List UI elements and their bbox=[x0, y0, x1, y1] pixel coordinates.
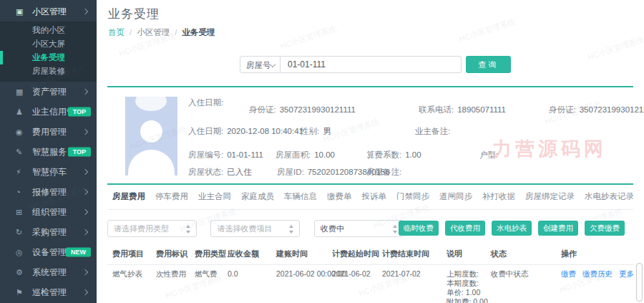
sidebar-item-label: 系统管理 bbox=[32, 267, 67, 277]
sidebar-item-community-management[interactable]: ▣小区管理 bbox=[0, 1, 97, 21]
tab-vehicle-info[interactable]: 车辆信息 bbox=[284, 191, 317, 202]
search-button[interactable]: 查询 bbox=[466, 56, 511, 73]
tab-access-sync[interactable]: 门禁同步 bbox=[396, 191, 429, 202]
search-input[interactable] bbox=[280, 56, 462, 73]
pay-link[interactable]: 缴费 bbox=[561, 269, 576, 278]
fee-table: 费用项目 费用标识 费用类型 应收金额 建账时间 计费起始时间 计费结束时间 说… bbox=[107, 245, 633, 303]
sidebar-item-smart-parking[interactable]: ⚡智慧停车 bbox=[0, 162, 97, 182]
sidebar-item-smart-service[interactable]: ✎智慧服务 TOP bbox=[0, 142, 97, 162]
sidebar-item-organization-management[interactable]: ⊞组织管理 bbox=[0, 202, 97, 222]
sidebar-item-label: 巡检管理 bbox=[32, 287, 67, 297]
fee-tabs: 房屋费用 停车费用 业主合同 家庭成员 车辆信息 缴费单 投诉单 门禁同步 道闸… bbox=[107, 185, 633, 210]
col-fee-type: 费用类型 bbox=[195, 245, 228, 265]
info-field-phone: 联系电话:18905071111 bbox=[419, 105, 506, 115]
person-icon bbox=[128, 150, 175, 175]
info-field-move-in-date: 入住日期: bbox=[188, 97, 223, 108]
sidebar-item-purchase-management[interactable]: ↻采购管理 bbox=[0, 222, 97, 242]
col-amount: 应收金额 bbox=[228, 245, 276, 265]
more-actions-link[interactable]: 更多操作 bbox=[619, 269, 633, 278]
sidebar-item-inspection-management[interactable]: ⚑巡检管理 bbox=[0, 282, 97, 302]
tab-reprint-receipt[interactable]: 补打收据 bbox=[482, 191, 515, 202]
select-arrows-icon bbox=[392, 224, 398, 234]
tab-owner-contract[interactable]: 业主合同 bbox=[198, 191, 231, 202]
create-fee-button[interactable]: 创建费用 bbox=[538, 221, 578, 236]
sidebar-item-label: 资产管理 bbox=[32, 87, 67, 97]
active-indicator bbox=[0, 51, 3, 64]
inspection-icon: ⚑ bbox=[16, 282, 26, 302]
info-field-gender: 性别:男 bbox=[301, 126, 331, 137]
sidebar-item-assets-management[interactable]: ▦资产管理 bbox=[0, 82, 97, 102]
arrears-payment-button[interactable]: 欠费缴费 bbox=[585, 221, 625, 236]
breadcrumb-home-link[interactable]: 首页 bbox=[108, 28, 125, 37]
smart-service-icon: ✎ bbox=[16, 142, 26, 162]
search-type-select[interactable]: 房屋号 bbox=[240, 56, 280, 73]
chevron-right-icon bbox=[82, 269, 88, 275]
chevron-right-icon bbox=[82, 89, 88, 95]
collect-fee-button[interactable]: 代收费用 bbox=[445, 221, 485, 236]
select-arrows-icon bbox=[185, 224, 191, 234]
submenu-item-my-community[interactable]: 我的小区 bbox=[0, 24, 97, 37]
filter-row: 请选择费用类型 请选择收费项目 收费中 临时收费 代收费用 水电抄表 创建费用 … bbox=[107, 220, 633, 237]
owner-info-card: 入住日期: 身份证:35072319930121111 联系电话:1890507… bbox=[107, 86, 633, 185]
purchase-icon: ↻ bbox=[16, 222, 26, 242]
scrollbar-thumb[interactable] bbox=[636, 263, 643, 302]
utility-reading-button[interactable]: 水电抄表 bbox=[492, 221, 532, 236]
search-type-value: 房屋号 bbox=[246, 61, 271, 69]
fee-status-value: 收费中 bbox=[321, 224, 344, 233]
info-field-room-state: 房屋状态:已入住 bbox=[188, 167, 252, 178]
cell-fee-project: 燃气抄表 bbox=[107, 265, 156, 303]
tab-parking-fee[interactable]: 停车费用 bbox=[155, 191, 188, 202]
fee-item-select[interactable]: 请选择收费项目 bbox=[210, 220, 300, 237]
tab-house-binding-records[interactable]: 房屋绑定记录 bbox=[525, 191, 575, 202]
breadcrumb-community-link[interactable]: 小区管理 bbox=[137, 28, 170, 37]
fee-status-select[interactable]: 收费中 bbox=[314, 220, 404, 237]
fee-type-select[interactable]: 请选择费用类型 bbox=[107, 220, 197, 237]
temp-charge-button[interactable]: 临时收费 bbox=[399, 221, 439, 236]
fee-icon: ◉ bbox=[16, 122, 26, 142]
col-description: 说明 bbox=[447, 245, 491, 265]
cell-end-time: 2021-07-02 bbox=[382, 265, 447, 303]
sidebar-item-label: 费用管理 bbox=[32, 127, 67, 137]
tab-utility-reading-records[interactable]: 水电抄表记录 bbox=[585, 191, 633, 202]
tab-complaint-order[interactable]: 投诉单 bbox=[362, 191, 387, 202]
cell-fee-type: 燃气费 bbox=[195, 265, 228, 303]
tab-gate-sync[interactable]: 道闸同步 bbox=[439, 191, 472, 202]
sidebar-item-label: 采购管理 bbox=[32, 227, 67, 237]
sidebar-item-repair-management[interactable]: ◔报修管理 bbox=[0, 182, 97, 202]
pay-history-link[interactable]: 缴费历史 bbox=[582, 269, 613, 278]
person-icon bbox=[140, 120, 162, 143]
sidebar-item-fee-management[interactable]: ◉费用管理 bbox=[0, 122, 97, 142]
cell-operation: 缴费缴费历史更多操作 bbox=[561, 265, 633, 303]
breadcrumb-separator: / bbox=[130, 28, 132, 37]
owner-icon: ♟ bbox=[16, 102, 26, 122]
community-icon: ▣ bbox=[16, 1, 26, 21]
fee-section: 房屋费用 停车费用 业主合同 家庭成员 车辆信息 缴费单 投诉单 门禁同步 道闸… bbox=[107, 183, 633, 303]
main-content: 业务受理 首页/小区管理/业务受理 房屋号 查询 入住日期: 身份证:35072… bbox=[97, 0, 644, 303]
sidebar-item-device-management[interactable]: ◎设备管理 NEW bbox=[0, 242, 97, 262]
col-fee-project: 费用项目 bbox=[107, 245, 156, 265]
sidebar-item-owner-credit-management[interactable]: ♟业主信用管理 TOP bbox=[0, 102, 97, 122]
submenu-item-community-screen[interactable]: 小区大屏 bbox=[0, 37, 97, 51]
sidebar-item-label: 智慧停车 bbox=[32, 167, 67, 177]
tab-payment-order[interactable]: 缴费单 bbox=[327, 191, 352, 202]
col-end-time: 计费结束时间 bbox=[382, 245, 447, 265]
tab-family-members[interactable]: 家庭成员 bbox=[241, 191, 274, 202]
sidebar-item-label: 报修管理 bbox=[32, 187, 67, 197]
avatar bbox=[125, 97, 177, 175]
submenu-item-house-renovation[interactable]: 房屋装修 bbox=[0, 64, 97, 78]
badge-top: TOP bbox=[68, 148, 91, 157]
assets-icon: ▦ bbox=[16, 82, 26, 102]
fee-type-placeholder: 请选择费用类型 bbox=[114, 224, 169, 233]
select-arrows-icon bbox=[288, 224, 294, 234]
sidebar-item-system-management[interactable]: ⚙系统管理 bbox=[0, 262, 97, 282]
chevron-right-icon bbox=[82, 189, 88, 195]
tab-house-fee[interactable]: 房屋费用 bbox=[112, 191, 145, 202]
device-icon: ◎ bbox=[16, 242, 26, 262]
submenu-item-business-acceptance[interactable]: 业务受理 bbox=[0, 51, 97, 64]
system-icon: ⚙ bbox=[16, 262, 26, 282]
info-field-fee-coefficient: 算费系数:1.00 bbox=[366, 150, 421, 160]
cell-fee-flag: 次性费用 bbox=[156, 265, 195, 303]
col-fee-flag: 费用标识 bbox=[156, 245, 195, 265]
chevron-right-icon bbox=[82, 129, 88, 135]
breadcrumb: 首页/小区管理/业务受理 bbox=[108, 27, 215, 38]
